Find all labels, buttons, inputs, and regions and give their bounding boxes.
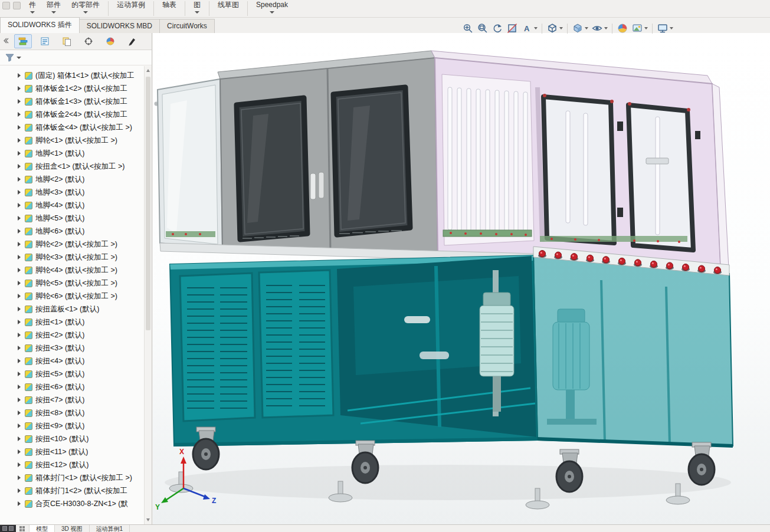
edit-appearance-icon[interactable]	[615, 22, 630, 35]
tree-item[interactable]: 按扭<2> (默认)	[0, 329, 144, 341]
expand-arrow-icon[interactable]	[18, 229, 21, 234]
annotation-view-icon[interactable]: A	[520, 22, 539, 35]
filter-caret-icon[interactable]	[17, 57, 21, 59]
hide-show-items-icon[interactable]	[590, 22, 609, 35]
expand-arrow-icon[interactable]	[18, 333, 21, 337]
red-push-button[interactable]	[603, 257, 610, 263]
tree-item[interactable]: 按扭<9> (默认)	[0, 419, 144, 432]
expand-arrow-icon[interactable]	[18, 372, 21, 376]
doc-tab-model[interactable]: 模型	[30, 525, 55, 532]
expand-arrow-icon[interactable]	[18, 86, 21, 91]
red-push-button[interactable]	[683, 264, 689, 270]
filter-funnel-icon[interactable]	[5, 54, 14, 62]
featuremanager-tree-tab[interactable]	[14, 34, 32, 48]
tree-item[interactable]: 脚轮<1> (默认<按加工 >)	[0, 134, 144, 147]
red-push-button[interactable]	[539, 251, 546, 257]
expand-arrow-icon[interactable]	[18, 138, 21, 143]
tree-item[interactable]: 按扭<6> (默认)	[0, 380, 144, 393]
scrollbar-thumb[interactable]	[146, 77, 150, 330]
propertymanager-tab[interactable]	[36, 34, 54, 48]
ribbon-button[interactable]: 的零部件	[66, 0, 105, 17]
expand-arrow-icon[interactable]	[18, 73, 21, 78]
tree-item[interactable]: 按扭<3> (默认)	[0, 341, 144, 354]
tree-item[interactable]: 地脚<3> (默认)	[0, 186, 144, 199]
taskbar-icon[interactable]	[9, 526, 14, 531]
tree-item[interactable]: 按扭<7> (默认)	[0, 393, 144, 406]
expand-arrow-icon[interactable]	[18, 164, 21, 169]
tree-item[interactable]: 地脚<2> (默认)	[0, 173, 144, 186]
red-push-button[interactable]	[667, 262, 673, 269]
red-push-button[interactable]	[587, 255, 594, 261]
expand-arrow-icon[interactable]	[18, 177, 21, 182]
expand-arrow-icon[interactable]	[18, 488, 21, 493]
tree-item[interactable]: 脚轮<6> (默认<按加工 >)	[0, 290, 144, 303]
tree-item[interactable]: (固定) 箱体1<1> (默认<按加工	[0, 69, 144, 82]
display-style-icon[interactable]	[571, 22, 589, 35]
taskbar-icon[interactable]	[2, 526, 7, 531]
ribbon-button[interactable]: Speedpak	[251, 0, 293, 17]
red-push-button[interactable]	[715, 267, 721, 274]
tree-item[interactable]: 按扭<10> (默认)	[0, 432, 144, 445]
ribbon-button[interactable]: 部件	[41, 0, 66, 17]
ribbon-button[interactable]: 轴表	[157, 0, 182, 17]
scroll-down-arrow-icon[interactable]	[146, 518, 150, 521]
tree-item[interactable]: 按扭<4> (默认)	[0, 354, 144, 367]
red-push-button[interactable]	[699, 265, 705, 272]
commandmanager-tab[interactable]: SOLIDWORKS MBD	[79, 19, 160, 33]
expand-arrow-icon[interactable]	[18, 255, 21, 260]
tree-item[interactable]: 按扭<12> (默认)	[0, 458, 144, 471]
zoom-area-icon[interactable]	[476, 22, 490, 35]
red-push-button[interactable]	[571, 254, 578, 260]
tab-scroll-icon[interactable]	[16, 525, 30, 532]
expand-arrow-icon[interactable]	[18, 112, 21, 117]
tree-item[interactable]: 脚轮<5> (默认<按加工 >)	[0, 277, 144, 290]
doc-tab-3d-views[interactable]: 3D 视图	[55, 525, 90, 532]
tree-item[interactable]: 箱体封门<1> (默认<按加工 >)	[0, 471, 144, 484]
commandmanager-tab[interactable]: SOLIDWORKS 插件	[0, 17, 80, 33]
expand-arrow-icon[interactable]	[18, 501, 21, 506]
tree-scrollbar[interactable]	[144, 66, 152, 524]
ribbon-button[interactable]: 图	[188, 0, 206, 17]
expand-arrow-icon[interactable]	[18, 462, 21, 467]
zoom-fit-icon[interactable]	[461, 22, 475, 35]
panel-collapse-chevrons-icon[interactable]	[2, 37, 9, 46]
tree-item[interactable]: 脚轮<4> (默认<按加工 >)	[0, 264, 144, 277]
tree-item[interactable]: 脚轮<2> (默认<按加工 >)	[0, 238, 144, 251]
expand-arrow-icon[interactable]	[18, 436, 21, 441]
tree-item[interactable]: 按扭<8> (默认)	[0, 406, 144, 419]
expand-arrow-icon[interactable]	[18, 423, 21, 428]
expand-arrow-icon[interactable]	[18, 398, 21, 402]
expand-arrow-icon[interactable]	[18, 125, 21, 130]
expand-arrow-icon[interactable]	[18, 449, 21, 454]
tree-item[interactable]: 箱体钣金1<3> (默认<按加工	[0, 95, 144, 108]
expand-arrow-icon[interactable]	[18, 190, 21, 195]
tree-item[interactable]: 合页CE-H3030-8-ZN<1> (默	[0, 497, 144, 510]
ribbon-mini-icon[interactable]	[13, 2, 21, 9]
expand-arrow-icon[interactable]	[18, 151, 21, 156]
tree-item[interactable]: 按扭<11> (默认)	[0, 445, 144, 458]
apply-scene-icon[interactable]	[630, 22, 649, 35]
ribbon-mini-icon[interactable]	[2, 2, 10, 9]
expand-arrow-icon[interactable]	[18, 475, 21, 480]
expand-arrow-icon[interactable]	[18, 411, 21, 415]
red-push-button[interactable]	[619, 258, 625, 264]
red-push-button[interactable]	[651, 261, 657, 267]
red-push-button[interactable]	[555, 252, 562, 258]
section-view-icon[interactable]	[505, 22, 519, 35]
ribbon-button[interactable]: 线草图	[212, 0, 244, 17]
tree-item[interactable]: 地脚<4> (默认)	[0, 199, 144, 212]
expand-arrow-icon[interactable]	[18, 242, 21, 247]
tree-item[interactable]: 地脚<6> (默认)	[0, 225, 144, 238]
doc-tab-motion-study[interactable]: 运动算例1	[90, 525, 130, 532]
dimxpertmanager-tab[interactable]	[80, 34, 97, 48]
tree-item[interactable]: 箱体封门1<2> (默认<按加工	[0, 484, 144, 497]
view-orientation-icon[interactable]	[545, 22, 564, 35]
expand-arrow-icon[interactable]	[18, 203, 21, 208]
expand-arrow-icon[interactable]	[18, 294, 21, 298]
tree-item[interactable]: 地脚<5> (默认)	[0, 212, 144, 225]
scroll-up-arrow-icon[interactable]	[146, 69, 150, 72]
tree-item[interactable]: 地脚<1> (默认)	[0, 147, 144, 160]
tree-item[interactable]: 按扭盒<1> (默认<按加工 >)	[0, 160, 144, 173]
expand-arrow-icon[interactable]	[18, 346, 21, 350]
expand-arrow-icon[interactable]	[18, 385, 21, 389]
